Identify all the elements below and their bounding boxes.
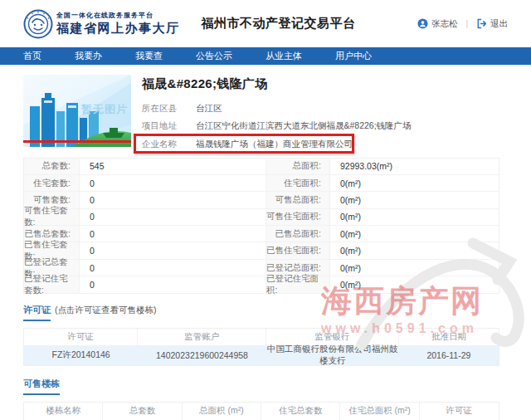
stat-value: 0(m²) [330,209,499,226]
license-section-subtitle: (点击许可证查看可售楼栋) [55,305,157,316]
license-section-header: 许可证 (点击许可证查看可售楼栋) [23,304,499,321]
stat-label: 可售住宅套数: [24,209,80,226]
field-company: 企业名称 福晟钱隆广场（福建）商业管理有限公司 [142,135,412,154]
license-section-title: 许可证 [23,304,51,321]
license-table-header: 许可证 监管账户 监管银行 批准日期 [24,329,499,346]
main-nav: 首页 我要办 我要查 公告公示 从业主体 用户中心 [0,47,531,66]
field-district: 所在区县 台江区 [142,100,412,118]
red-annotation-line [23,140,131,143]
field-value: 台江区 [196,103,222,115]
user-divider: | [465,19,468,28]
no-image-text: 暂无图片 [80,103,128,115]
property-info: 福晟&#8226;钱隆广场 所在区县 台江区 项目地址 台江区宁化街道江滨西大道… [142,75,412,154]
nav-item-query[interactable]: 我要查 [135,50,163,62]
stat-label: 已售总面积: [266,226,330,242]
user-name-label: 张志松 [431,18,458,30]
property-header: 暂无图片 福晟&#8226;钱隆广场 所在区县 台江区 项目地址 台江区宁化街道… [23,75,499,154]
stat-value: 0(m²) [330,260,499,276]
stat-value: 0 [80,226,266,242]
stat-value: 92993.03(m²) [330,159,499,175]
stat-value: 0 [80,260,266,276]
property-thumbnail: 暂无图片 [23,75,131,147]
buildings-table: 楼栋名称 总套数 总面积 (m²) 住宅总套数 住宅总面积 (m²) 许可证 福… [23,402,499,420]
nav-item-entities[interactable]: 从业主体 [266,50,302,62]
license-table-row[interactable]: FZ许20140146 1402023219600244958 中国工商银行股份… [24,346,499,365]
main-content: 暂无图片 福晟&#8226;钱隆广场 所在区县 台江区 项目地址 台江区宁化街道… [0,66,531,420]
stat-label: 总面积: [266,159,330,175]
column-header: 住宅总套数 [261,403,340,420]
field-value: 福晟钱隆广场（福建）商业管理有限公司 [196,139,353,150]
nav-item-apply[interactable]: 我要办 [75,50,102,62]
stat-value: 0(m²) [330,192,499,208]
approval-date: 2016-11-29 [399,346,499,365]
logout-button[interactable]: 退出 [476,18,508,30]
user-icon [417,18,428,29]
stat-value: 0(m²) [330,276,499,293]
stat-value: 0 [80,192,266,208]
stat-label: 总套数: [24,159,80,175]
logout-icon [476,18,487,29]
stat-label: 可售总面积: [266,192,330,208]
column-header: 楼栋名称 [24,403,103,420]
column-header: 住宅总面积 (m²) [340,403,419,420]
field-label: 项目地址 [142,120,182,132]
column-header: 许可证 [420,403,499,420]
column-header: 许可证 [24,329,138,346]
stat-value: 0(m²) [330,242,499,259]
stat-value: 0(m²) [330,175,499,192]
property-title: 福晟&#8226;钱隆广场 [142,76,412,92]
nav-item-announcements[interactable]: 公告公示 [196,50,232,62]
stat-value: 0 [80,209,266,226]
field-value: 台江区宁化街道江滨西大道东北侧福晟&#8226;钱隆广场 [196,120,412,132]
buildings-section-header: 可售楼栋 [23,378,499,395]
stat-value: 0 [80,276,266,293]
user-area: 张志松 | 退出 [417,18,508,30]
page-title: 福州市不动产登记交易平台 [202,16,356,32]
stat-label: 住宅套数: [24,175,80,192]
supervision-bank: 中国工商银行股份有限公司福州鼓楼支行 [266,346,399,365]
license-table: 许可证 监管账户 监管银行 批准日期 FZ许20140146 140202321… [23,328,499,366]
field-label: 企业名称 [142,139,182,150]
supervision-account: 1402023219600244958 [138,346,266,365]
platform-name-small: 全国一体化在线政务服务平台 [56,11,180,20]
stat-label: 已登记住宅套数: [24,276,80,293]
buildings-section-title: 可售楼栋 [23,378,60,395]
page: 全国一体化在线政务服务平台 福建省网上办事大厅 福州市不动产登记交易平台 张志松… [0,0,531,420]
buildings-table-header: 楼栋名称 总套数 总面积 (m²) 住宅总套数 住宅总面积 (m²) 许可证 [24,403,499,420]
column-header: 监管账户 [138,329,266,346]
field-label: 所在区县 [142,103,182,115]
field-address: 项目地址 台江区宁化街道江滨西大道东北侧福晟&#8226;钱隆广场 [142,118,412,136]
license-number: FZ许20140146 [24,346,138,365]
stat-label: 可售住宅面积: [266,209,330,226]
nav-item-home[interactable]: 首页 [23,50,41,62]
stat-value: 0 [80,242,266,259]
no-image-placeholder: 暂无图片 [23,75,131,147]
stat-value: 0 [80,175,266,192]
stat-label: 已登记住宅面积: [266,276,330,293]
stat-value: 0(m²) [330,226,499,242]
gov-emblem-logo [23,9,53,39]
stats-table: 总套数: 545 总面积: 92993.03(m²) 住宅套数: 0 住宅面积:… [23,158,499,294]
logo-text: 全国一体化在线政务服务平台 福建省网上办事大厅 [56,11,180,37]
platform-name-large: 福建省网上办事大厅 [56,21,180,37]
column-header: 批准日期 [399,329,499,346]
nav-item-user-center[interactable]: 用户中心 [335,50,372,62]
logout-label: 退出 [490,18,508,30]
stat-value: 545 [80,159,266,175]
column-header: 总面积 (m²) [183,403,261,420]
top-header: 全国一体化在线政务服务平台 福建省网上办事大厅 福州市不动产登记交易平台 张志松… [0,0,531,47]
stat-label: 已售住宅面积: [266,242,330,259]
user-menu[interactable]: 张志松 [417,18,458,30]
column-header: 总套数 [103,403,182,420]
stat-label: 住宅面积: [266,175,330,192]
